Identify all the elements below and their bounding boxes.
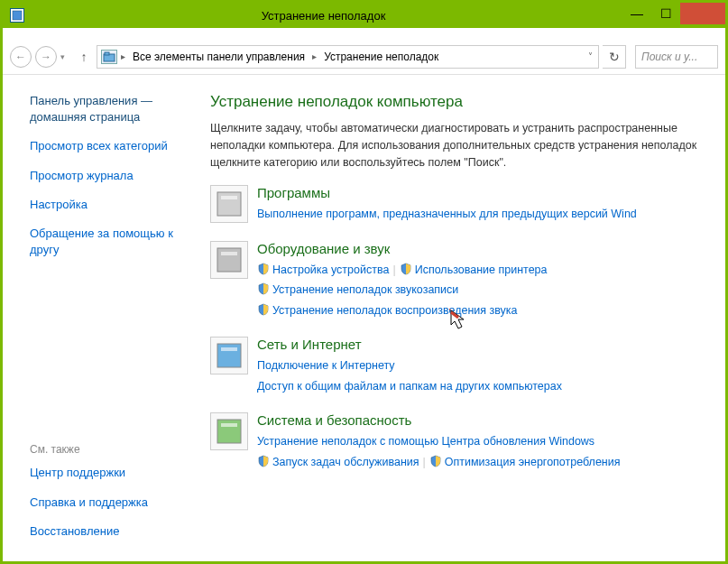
- category-title[interactable]: Система и безопасность: [257, 412, 725, 428]
- app-icon: [10, 8, 24, 23]
- category-section: Оборудование и звукНастройка устройства|…: [210, 241, 725, 321]
- svg-rect-10: [221, 423, 237, 427]
- sidebar-link[interactable]: Просмотр всех категорий: [30, 138, 201, 154]
- task-link[interactable]: Устранение неполадок воспроизведения зву…: [272, 304, 518, 317]
- task-link[interactable]: Использование принтера: [415, 264, 548, 276]
- task-link[interactable]: Запуск задач обслуживания: [272, 456, 419, 468]
- address-dropdown[interactable]: ˅: [583, 51, 598, 61]
- minimize-button[interactable]: —: [622, 3, 651, 24]
- sidebar-link[interactable]: Настройка: [30, 197, 201, 213]
- breadcrumb-seg-2[interactable]: Устранение неполадок: [320, 51, 442, 63]
- category-icon: [210, 241, 248, 279]
- sidebar-link[interactable]: Обращение за помощью к другу: [30, 226, 201, 258]
- address-bar[interactable]: ▸ Все элементы панели управления ▸ Устра…: [97, 45, 599, 69]
- page-title: Устранение неполадок компьютера: [210, 93, 725, 111]
- svg-rect-2: [105, 52, 109, 55]
- category-links: Настройка устройства|Использование принт…: [257, 260, 725, 321]
- see-also-heading: См. также: [30, 443, 201, 456]
- sidebar-footer-link[interactable]: Центр поддержки: [30, 465, 201, 481]
- navbar: ← → ▾ ↑ ▸ Все элементы панели управления…: [3, 39, 725, 75]
- breadcrumb-seg-1[interactable]: Все элементы панели управления: [129, 51, 309, 63]
- window-buttons: — ☐ ✕: [622, 3, 725, 24]
- category-links: Устранение неполадок с помощью Центра об…: [257, 431, 725, 472]
- category-links: Выполнение программ, предназначенных для…: [257, 204, 725, 225]
- titlebar[interactable]: Устранение неполадок — ☐ ✕: [3, 3, 725, 28]
- task-link[interactable]: Доступ к общим файлам и папкам на других…: [257, 380, 562, 393]
- svg-rect-5: [217, 248, 241, 272]
- sidebar-home-link[interactable]: Панель управления — домашняя страница: [30, 93, 201, 125]
- category-icon: [210, 412, 248, 450]
- category-section: Сеть и ИнтернетПодключение к ИнтернетуДо…: [210, 337, 725, 396]
- close-button[interactable]: ✕: [680, 3, 725, 24]
- chevron-right-icon: ▸: [310, 51, 318, 61]
- sidebar-link[interactable]: Просмотр журнала: [30, 168, 201, 184]
- category-icon: [210, 185, 248, 223]
- chevron-right-icon: ▸: [119, 51, 127, 61]
- svg-rect-7: [217, 344, 241, 367]
- svg-rect-6: [221, 252, 237, 255]
- svg-rect-8: [221, 347, 237, 351]
- sidebar-footer-link[interactable]: Восстановление: [30, 523, 201, 540]
- task-link[interactable]: Оптимизация энергопотребления: [445, 456, 621, 468]
- window-title: Устранение неполадок: [24, 9, 622, 23]
- sidebar-footer-link[interactable]: Справка и поддержка: [30, 495, 201, 511]
- task-link[interactable]: Устранение неполадок звукозаписи: [272, 283, 458, 296]
- maximize-button[interactable]: ☐: [651, 3, 680, 24]
- location-icon: [101, 50, 117, 64]
- svg-rect-9: [217, 420, 241, 443]
- category-title[interactable]: Оборудование и звук: [257, 241, 725, 256]
- svg-rect-0: [13, 11, 22, 20]
- refresh-button[interactable]: ↻: [603, 45, 626, 69]
- svg-rect-4: [221, 196, 237, 199]
- category-section: ПрограммыВыполнение программ, предназнач…: [210, 185, 725, 225]
- content-area: Панель управления — домашняя страница Пр…: [3, 75, 725, 561]
- window-frame: Устранение неполадок — ☐ ✕ ← → ▾ ↑ ▸ Все…: [0, 0, 728, 564]
- category-icon: [210, 337, 248, 374]
- search-input[interactable]: Поиск и у...: [635, 45, 718, 69]
- category-section: Система и безопасностьУстранение неполад…: [210, 412, 725, 472]
- category-title[interactable]: Сеть и Интернет: [257, 337, 725, 352]
- task-link[interactable]: Настройка устройства: [272, 264, 389, 276]
- category-title[interactable]: Программы: [257, 185, 725, 200]
- task-link[interactable]: Выполнение программ, предназначенных для…: [257, 208, 637, 220]
- main-panel: Устранение неполадок компьютера Щелкните…: [210, 75, 725, 561]
- task-link[interactable]: Подключение к Интернету: [257, 359, 395, 372]
- history-dropdown[interactable]: ▾: [60, 52, 71, 61]
- back-button[interactable]: ←: [10, 46, 32, 68]
- page-description: Щелкните задачу, чтобы автоматически диа…: [210, 120, 725, 171]
- task-link[interactable]: Устранение неполадок с помощью Центра об…: [257, 435, 594, 448]
- forward-button[interactable]: →: [35, 46, 57, 68]
- svg-rect-3: [217, 192, 241, 216]
- category-links: Подключение к ИнтернетуДоступ к общим фа…: [257, 356, 725, 396]
- up-button[interactable]: ↑: [75, 50, 93, 64]
- sidebar: Панель управления — домашняя страница Пр…: [3, 75, 210, 561]
